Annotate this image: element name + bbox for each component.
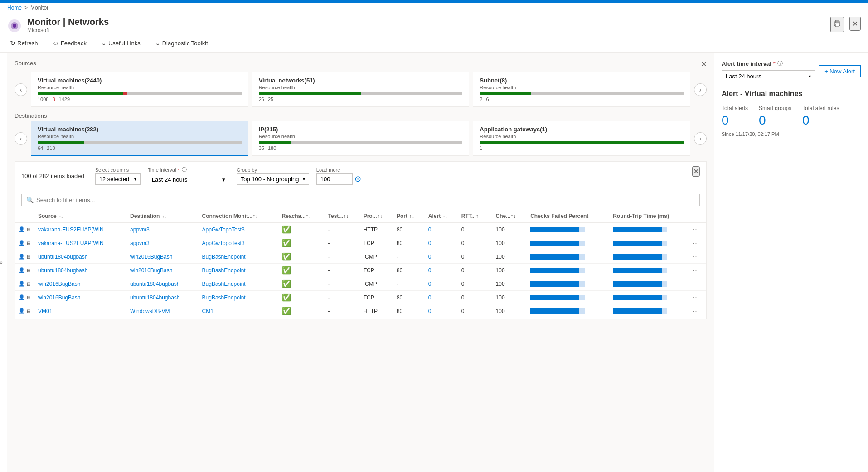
row-more-btn[interactable]: ··· xyxy=(693,226,699,234)
row-more-btn[interactable]: ··· xyxy=(693,280,699,288)
left-content: Sources ✕ ‹ Virtual machines(2440) Resou… xyxy=(7,53,714,472)
conn-link[interactable]: BugBashEndpoint xyxy=(202,254,246,260)
row-port: - xyxy=(393,250,425,264)
group-by-chevron-icon: ▾ xyxy=(303,177,305,182)
source-link[interactable]: ubuntu1804bugbash xyxy=(38,267,87,274)
row-source: ubuntu1804bugbash xyxy=(34,264,126,277)
row-more-btn[interactable]: ··· xyxy=(693,253,699,261)
dest-link[interactable]: win2016BugBash xyxy=(130,254,172,260)
search-bar: 🔍 xyxy=(15,190,706,210)
alert-time-dropdown[interactable]: Last 24 hours ▾ xyxy=(722,70,815,82)
page-close-btn[interactable]: ✕ xyxy=(849,17,861,31)
sources-close-btn[interactable]: ✕ xyxy=(701,60,707,68)
load-more-input[interactable]: 100 xyxy=(316,173,353,185)
dest-prev-btn[interactable]: ‹ xyxy=(15,132,27,145)
table-close-btn[interactable]: ✕ xyxy=(692,166,700,177)
sources-next-btn[interactable]: › xyxy=(694,83,707,96)
th-destination[interactable]: Destination ↑↓ xyxy=(126,210,199,222)
load-more-group: Load more 100 ⊙ xyxy=(316,167,361,185)
rtt-bar-fill xyxy=(613,281,662,287)
source-link[interactable]: win2016BugBash xyxy=(38,294,80,301)
row-dest: WindowsDB-VM xyxy=(126,318,199,319)
row-alert: 0 xyxy=(425,291,458,304)
row-alert: 0 xyxy=(425,264,458,277)
th-source[interactable]: Source ↑↓ xyxy=(34,210,126,222)
reachable-icon: ✅ xyxy=(282,280,291,288)
row-server-icon: 🖥 xyxy=(26,268,31,273)
th-port[interactable]: Port ↑↓ xyxy=(393,210,425,222)
refresh-button[interactable]: ↻ Refresh xyxy=(7,38,41,48)
conn-link[interactable]: AppGwTopoTest3 xyxy=(202,240,245,246)
dest-card-ip-sub: Resource health xyxy=(259,134,463,139)
conn-link[interactable]: CM1 xyxy=(202,308,213,314)
dest-link[interactable]: ubuntu1804bugbash xyxy=(130,281,179,287)
row-more-btn[interactable]: ··· xyxy=(693,239,699,247)
source-link[interactable]: win2016BugBash xyxy=(38,281,80,287)
source-link[interactable]: VM01 xyxy=(38,308,52,314)
svg-point-6 xyxy=(839,23,839,24)
diagnostic-toolkit-button[interactable]: ⌄ Diagnostic Toolkit xyxy=(152,38,211,48)
row-more-btn[interactable]: ··· xyxy=(693,266,699,275)
th-row-icon xyxy=(15,210,34,222)
row-reachable: ✅ xyxy=(278,222,325,236)
source-card-vnet[interactable]: Virtual networks(51) Resource health 26 … xyxy=(252,72,470,107)
th-reachability[interactable]: Reacha...↑↓ xyxy=(278,210,325,222)
sources-prev-btn[interactable]: ‹ xyxy=(15,83,27,96)
source-link[interactable]: vakarana-EUS2EUAP(WIN xyxy=(38,240,104,246)
dest-card-appgw[interactable]: Application gateways(1) Resource health … xyxy=(473,121,690,156)
th-actions xyxy=(689,210,706,222)
table-scroll[interactable]: Source ↑↓ Destination ↑↓ Connection Moni… xyxy=(15,210,706,319)
expand-sidebar-btn[interactable]: » xyxy=(0,53,7,472)
reachable-icon: ✅ xyxy=(282,239,291,247)
alert-required-star: * xyxy=(773,60,776,67)
th-test[interactable]: Test...↑↓ xyxy=(325,210,360,222)
row-dest: ubuntu1804bugbash xyxy=(126,291,199,304)
source-card-subnet[interactable]: Subnet(8) Resource health 2 6 xyxy=(473,72,690,107)
dest-link[interactable]: ubuntu1804bugbash xyxy=(130,294,179,301)
source-link[interactable]: vakarana-EUS2EUAP(WIN xyxy=(38,226,104,233)
row-rtt: 0 xyxy=(458,304,492,318)
th-proto[interactable]: Pro...↑↓ xyxy=(360,210,393,222)
row-conn: BugBashEndpoint xyxy=(199,277,278,291)
row-icons-cell: 👤 🖥 xyxy=(15,264,34,277)
th-conn-monitor[interactable]: Connection Monit...↑↓ xyxy=(199,210,278,222)
conn-link[interactable]: BugBashEndpoint xyxy=(202,294,246,301)
breadcrumb-home[interactable]: Home xyxy=(7,5,22,11)
load-more-refresh-icon[interactable]: ⊙ xyxy=(354,174,361,184)
page-title-block: Monitor | Networks Microsoft xyxy=(27,17,825,34)
header-print-btn[interactable] xyxy=(830,17,844,32)
row-more-btn[interactable]: ··· xyxy=(693,307,699,315)
dest-link[interactable]: win2016BugBash xyxy=(130,267,172,274)
dest-card-appgw-sub: Resource health xyxy=(480,134,684,139)
source-card-vm[interactable]: Virtual machines(2440) Resource health 1… xyxy=(31,72,248,107)
row-conn: BugBashEndpoint xyxy=(199,250,278,264)
dest-link[interactable]: appvm3 xyxy=(130,226,150,233)
checks-failed-bar xyxy=(530,227,585,232)
th-alert[interactable]: Alert ↑↓ xyxy=(425,210,458,222)
search-input[interactable] xyxy=(36,197,695,203)
new-alert-button[interactable]: + New Alert xyxy=(819,65,861,77)
feedback-button[interactable]: ☺ Feedback xyxy=(50,38,89,48)
dest-card-vm[interactable]: Virtual machines(282) Resource health 64… xyxy=(31,121,248,156)
breadcrumb-current: Monitor xyxy=(30,5,48,11)
row-more-btn[interactable]: ··· xyxy=(693,294,699,302)
conn-link[interactable]: BugBashEndpoint xyxy=(202,267,246,274)
row-more-actions: ··· xyxy=(689,304,706,318)
conn-link[interactable]: AppGwTopoTest3 xyxy=(202,226,245,233)
dest-card-ip[interactable]: IP(215) Resource health 35 180 xyxy=(252,121,470,156)
useful-links-button[interactable]: ⌄ Useful Links xyxy=(98,38,143,48)
th-rtt[interactable]: RTT...↑↓ xyxy=(458,210,492,222)
page-title: Monitor | Networks xyxy=(27,17,825,27)
group-by-dropdown[interactable]: Top 100 - No grouping ▾ xyxy=(237,173,309,185)
conn-link[interactable]: BugBashEndpoint xyxy=(202,281,246,287)
source-link[interactable]: ubuntu1804bugbash xyxy=(38,254,87,260)
select-columns-dropdown[interactable]: 12 selected ▾ xyxy=(95,173,141,185)
load-more-label: Load more xyxy=(316,167,361,173)
reachable-icon: ✅ xyxy=(282,266,291,274)
row-source: VM01 xyxy=(34,318,126,319)
th-che[interactable]: Che...↑↓ xyxy=(492,210,527,222)
dest-link[interactable]: WindowsDB-VM xyxy=(130,308,170,314)
dest-next-btn[interactable]: › xyxy=(694,132,707,145)
time-interval-dropdown[interactable]: Last 24 hours ▾ xyxy=(148,174,229,185)
dest-link[interactable]: appvm3 xyxy=(130,240,150,246)
